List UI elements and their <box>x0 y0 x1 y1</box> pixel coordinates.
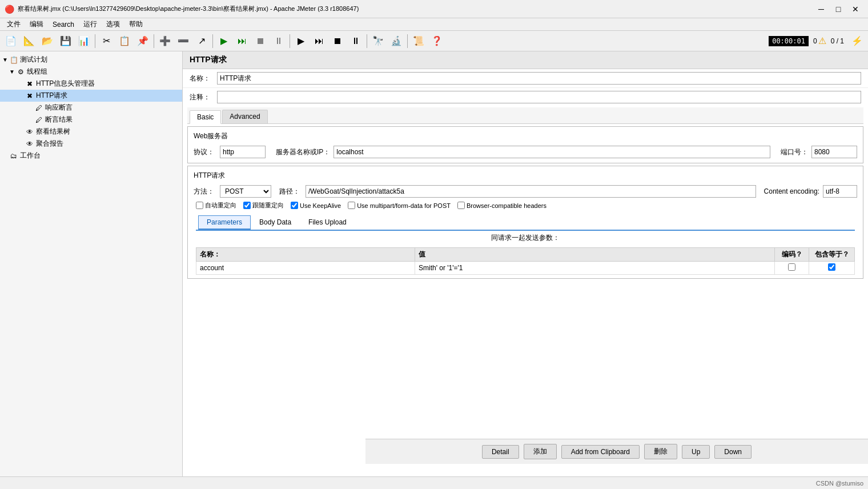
param-value-cell: Smith' or '1'='1 <box>415 262 774 275</box>
tab-bar: Basic Advanced <box>187 107 863 124</box>
shutdown-button[interactable]: ⏸ <box>270 33 287 49</box>
tree-node-label: 线程组 <box>27 67 47 77</box>
stop-button[interactable]: ⏹ <box>252 33 269 49</box>
menu-item-文件[interactable]: 文件 <box>2 18 25 30</box>
menu-item-选项[interactable]: 选项 <box>102 18 124 30</box>
up-button[interactable]: Up <box>682 445 710 459</box>
multipart-label[interactable]: Use multipart/form-data for POST <box>348 202 451 209</box>
close-button[interactable]: ✕ <box>847 2 863 16</box>
sidebar-item-agg-report[interactable]: 👁聚合报告 <box>0 138 182 150</box>
tab-advanced[interactable]: Advanced <box>222 110 267 123</box>
sidebar-item-http-request[interactable]: ✖HTTP请求 <box>0 90 182 102</box>
inner-tab-files-upload[interactable]: Files Upload <box>300 215 355 230</box>
help-button[interactable]: ❓ <box>428 33 445 49</box>
name-label: 名称： <box>190 74 212 83</box>
sidebar-item-view-results-tree[interactable]: 👁察看结果树 <box>0 126 182 138</box>
warning-count: 0 <box>813 37 817 45</box>
keepalive-checkbox[interactable] <box>291 202 298 209</box>
follow-redirect-label[interactable]: 跟随重定向 <box>243 201 284 210</box>
name-input[interactable] <box>217 72 861 85</box>
browser-headers-label[interactable]: Browser-compatible headers <box>457 202 546 209</box>
clear-button[interactable]: 🔭 <box>369 33 387 49</box>
tree-node-icon: 🗂 <box>9 151 18 161</box>
param-include-cell <box>809 262 855 275</box>
add-from-clipboard-button[interactable]: Add from Clipboard <box>561 445 640 459</box>
delete-button[interactable]: 删除 <box>644 444 677 459</box>
server-input[interactable] <box>333 146 770 158</box>
remote-start-all-button[interactable]: ⏭ <box>311 33 328 49</box>
add-param-button[interactable]: 添加 <box>524 444 557 459</box>
sidebar-item-response-assert[interactable]: 🖊响应断言 <box>0 102 182 114</box>
maximize-button[interactable]: □ <box>830 2 846 16</box>
auto-redirect-label[interactable]: 自动重定向 <box>196 201 236 210</box>
tree-node-label: 响应断言 <box>45 103 73 113</box>
start-button[interactable]: ▶ <box>215 33 232 49</box>
sep5 <box>367 34 367 48</box>
params-table: 名称： 值 编码？ 包含等于？ account Smith' or '1'='1 <box>196 247 855 275</box>
remote-start-button[interactable]: ▶ <box>292 33 310 49</box>
tree-node-icon: 👁 <box>25 139 34 149</box>
follow-redirect-checkbox[interactable] <box>243 202 251 209</box>
down-button[interactable]: Down <box>714 445 752 459</box>
detail-button[interactable]: Detail <box>482 445 519 459</box>
multipart-checkbox[interactable] <box>348 202 355 209</box>
method-select[interactable]: POST GET PUT DELETE <box>220 185 271 198</box>
protocol-input[interactable] <box>220 146 266 158</box>
param-include-checkbox[interactable] <box>828 263 835 271</box>
comment-input[interactable] <box>217 91 861 103</box>
menu-item-Search[interactable]: Search <box>48 19 79 30</box>
multipart-text: Use multipart/form-data for POST <box>357 202 451 209</box>
app-icon: 🔴 <box>5 5 14 14</box>
name-row: 名称： <box>183 69 868 88</box>
save-button[interactable]: 💾 <box>57 33 74 49</box>
tab-basic[interactable]: Basic <box>190 110 221 124</box>
sidebar-item-assert-result[interactable]: 🖊断言结果 <box>0 114 182 126</box>
open-template-button[interactable]: 📐 <box>21 33 38 49</box>
tree-node-icon: ✖ <box>25 79 34 89</box>
web-server-label: Web服务器 <box>191 130 859 142</box>
menu-item-运行[interactable]: 运行 <box>79 18 102 30</box>
function-helper-button[interactable]: 📜 <box>410 33 427 49</box>
path-input[interactable] <box>306 185 756 198</box>
browser-headers-checkbox[interactable] <box>457 202 465 209</box>
start-no-pause-button[interactable]: ⏭ <box>234 33 251 49</box>
tree-node-icon: ✖ <box>25 91 34 101</box>
sidebar-item-test-plan[interactable]: ▼📋测试计划 <box>0 54 182 66</box>
param-encode-checkbox[interactable] <box>788 263 795 271</box>
paste-button[interactable]: 📌 <box>134 33 151 49</box>
sep3 <box>212 34 213 48</box>
cut-button[interactable]: ✂ <box>98 33 115 49</box>
inner-tab-bar: Parameters Body Data Files Upload <box>196 215 855 231</box>
open-button[interactable]: 📂 <box>39 33 56 49</box>
copy-button[interactable]: 📋 <box>116 33 133 49</box>
save-as-button[interactable]: 📊 <box>75 33 93 49</box>
tree-node-icon: 🖊 <box>34 115 43 125</box>
inner-tab-parameters[interactable]: Parameters <box>198 215 251 230</box>
auto-redirect-checkbox[interactable] <box>196 202 203 209</box>
encoding-input[interactable] <box>823 185 857 198</box>
clear-all-button[interactable]: 🔬 <box>388 33 405 49</box>
sidebar-item-workbench[interactable]: 🗂工作台 <box>0 150 182 162</box>
remote-stop-all-button[interactable]: ⏸ <box>347 33 364 49</box>
web-server-row: 协议： 服务器名称或IP： 端口号： <box>191 145 859 159</box>
menu-item-帮助[interactable]: 帮助 <box>124 18 147 30</box>
sidebar-item-http-header[interactable]: ✖HTTP信息头管理器 <box>0 78 182 90</box>
http-request-label: HTTP请求 <box>191 170 859 182</box>
add-button[interactable]: ➕ <box>156 33 174 49</box>
sidebar-item-thread-group[interactable]: ▼⚙线程组 <box>0 66 182 78</box>
remove-button[interactable]: ➖ <box>175 33 192 49</box>
sep2 <box>154 34 154 48</box>
keepalive-label[interactable]: Use KeepAlive <box>291 202 341 209</box>
inner-tab-body-data[interactable]: Body Data <box>251 215 300 230</box>
new-button[interactable]: 📄 <box>2 33 19 49</box>
port-input[interactable] <box>811 146 857 158</box>
main-layout: ▼📋测试计划▼⚙线程组✖HTTP信息头管理器✖HTTP请求🖊响应断言🖊断言结果👁… <box>0 51 868 476</box>
send-with-label: 同请求一起发送参数： <box>196 231 855 245</box>
remote-stop-button[interactable]: ⏹ <box>329 33 346 49</box>
tree-node-icon: 🖊 <box>34 103 43 113</box>
menu-item-编辑[interactable]: 编辑 <box>25 18 48 30</box>
browse-button[interactable]: ↗ <box>193 33 210 49</box>
warning-button[interactable]: ⚡ <box>849 33 866 49</box>
minimize-button[interactable]: ─ <box>813 2 829 16</box>
path-label: 路径： <box>279 187 302 197</box>
